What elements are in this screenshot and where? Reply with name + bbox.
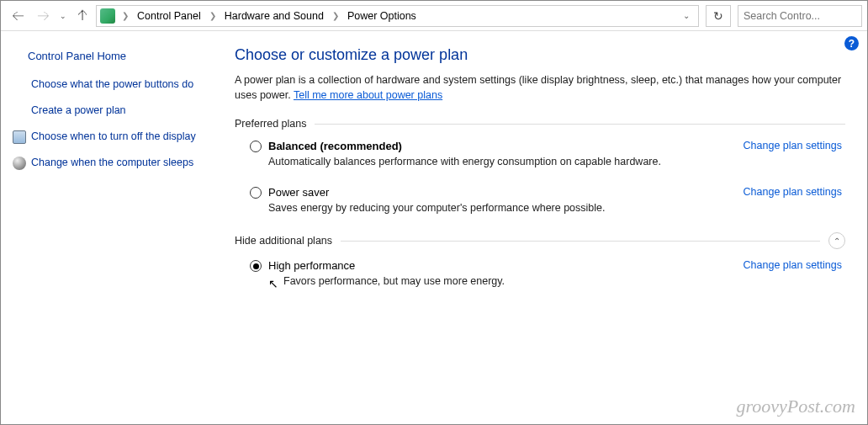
plan-label[interactable]: Power saver [268,186,329,199]
sidebar-item-label: Change when the computer sleeps [31,156,193,170]
plan-desc: Favors performance, but may use more ene… [268,275,505,287]
divider [315,124,845,125]
refresh-button[interactable]: ↻ [706,5,731,27]
breadcrumb-item[interactable]: Control Panel [134,8,204,24]
help-icon[interactable]: ? [844,36,859,50]
toolbar: 🡠 🡢 ⌄ 🡡 ❯ Control Panel ❯ Hardware and S… [1,1,867,31]
sidebar-item-create-plan[interactable]: Create a power plan [13,104,209,118]
sidebar-item-label: Create a power plan [31,104,126,118]
sidebar: Control Panel Home Choose what the power… [1,31,221,424]
blank-icon [13,104,26,118]
sidebar-item-computer-sleeps[interactable]: Change when the computer sleeps [13,156,209,170]
chevron-right-icon: ❯ [329,11,342,20]
content: Control Panel Home Choose what the power… [1,31,867,424]
up-button[interactable]: 🡡 [71,8,94,23]
plan-label[interactable]: Balanced (recommended) [268,140,402,152]
sleep-icon [13,157,26,170]
blank-icon [13,78,26,92]
plan-desc: Automatically balances performance with … [268,156,845,167]
sidebar-item-power-buttons[interactable]: Choose what the power buttons do [13,77,209,92]
sidebar-item-label: Choose when to turn off the display [31,130,196,144]
monitor-icon [13,130,26,144]
control-panel-icon [100,8,115,24]
radio-balanced[interactable] [250,141,262,152]
sidebar-item-turn-off-display[interactable]: Choose when to turn off the display [13,130,209,144]
history-dropdown[interactable]: ⌄ [56,12,70,20]
back-button[interactable]: 🡠 [6,4,29,28]
section-additional-plans: Hide additional plans ⌃ [235,232,845,249]
intro-text: A power plan is a collection of hardware… [235,72,845,103]
plan-balanced: Balanced (recommended) Change plan setti… [250,140,845,167]
section-preferred-plans: Preferred plans [235,118,845,130]
main-panel: ? Choose or customize a power plan A pow… [221,31,867,424]
search-input[interactable] [744,10,868,22]
section-label: Preferred plans [235,118,306,130]
plan-power-saver: Power saver Change plan settings Saves e… [250,186,845,214]
page-title: Choose or customize a power plan [235,46,845,64]
search-box[interactable]: 🔍 [738,5,862,27]
change-plan-settings-link[interactable]: Change plan settings [744,140,842,151]
change-plan-settings-link[interactable]: Change plan settings [744,186,842,198]
chevron-right-icon: ❯ [206,11,220,20]
breadcrumb-item[interactable]: Hardware and Sound [221,8,327,24]
section-label: Hide additional plans [235,235,332,247]
radio-power-saver[interactable] [250,187,262,199]
plan-label[interactable]: High performance [268,259,355,272]
breadcrumb-item[interactable]: Power Options [344,8,420,24]
sidebar-home-link[interactable]: Control Panel Home [28,50,209,62]
intro-link[interactable]: Tell me more about power plans [294,89,442,101]
watermark: groovyPost.com [736,396,855,417]
address-dropdown[interactable]: ⌄ [678,11,695,20]
forward-button[interactable]: 🡢 [31,4,55,28]
plan-desc: Saves energy by reducing your computer's… [268,202,845,214]
plan-desc-wrapper: ↖ Favors performance, but may use more e… [268,275,845,287]
plan-high-performance: High performance Change plan settings ↖ … [250,259,845,287]
change-plan-settings-link[interactable]: Change plan settings [744,259,842,271]
address-bar[interactable]: ❯ Control Panel ❯ Hardware and Sound ❯ P… [96,5,699,27]
radio-high-performance[interactable] [250,260,262,272]
chevron-right-icon: ❯ [119,11,132,20]
divider [341,241,820,242]
collapse-button[interactable]: ⌃ [828,232,845,249]
sidebar-item-label: Choose what the power buttons do [31,77,193,92]
